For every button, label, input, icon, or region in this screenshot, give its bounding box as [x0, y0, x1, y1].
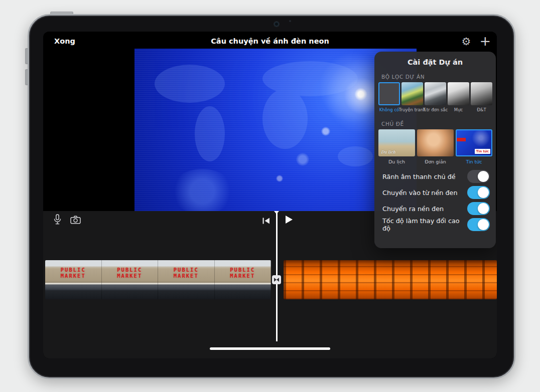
transition-bowtie-icon	[274, 277, 280, 282]
toggle-knob	[478, 219, 489, 230]
navbar: Xong Câu chuyện về ánh đèn neon ⚙ +	[43, 32, 497, 52]
lens-flare-dot	[296, 153, 309, 166]
toggle-row-speed-pitch: Tốc độ làm thay đổi cao độ	[374, 217, 496, 233]
filter-row: Không có Truyện tranh T.tr đơn sắc Mực	[374, 82, 496, 112]
toggle-list: Rãnh âm thanh chủ đề Chuyển vào từ nền đ…	[374, 168, 496, 233]
lens-flare-dot	[276, 175, 283, 182]
filter-option-comic-mono[interactable]: T.tr đơn sắc	[425, 82, 446, 112]
skip-to-start-icon[interactable]	[262, 217, 270, 226]
lens-flare-core	[354, 88, 367, 101]
market-sign-text: PUBLICMARKET	[45, 267, 101, 279]
navbar-actions: ⚙ +	[462, 32, 491, 52]
filter-option-ink[interactable]: Mực	[448, 82, 469, 112]
filter-thumbnail	[378, 82, 400, 105]
project-title: Câu chuyện về ánh đèn neon	[43, 37, 497, 45]
theme-option-news[interactable]: Tin tức Tin tức	[456, 129, 492, 164]
theme-label: Đơn giản	[425, 159, 446, 164]
filter-label: Truyện tranh	[399, 107, 426, 112]
toggle-label: Chuyển vào từ nền đen	[382, 189, 458, 197]
theme-overlay-text: Du lịch	[381, 150, 395, 154]
toggle-label: Tốc độ làm thay đổi cao độ	[382, 217, 467, 232]
filter-section-label: BỘ LỌC DỰ ÁN	[381, 74, 496, 80]
clip-market-segment: PUBLICMARKET	[158, 260, 215, 299]
theme-label: Du lịch	[388, 159, 405, 164]
front-camera	[274, 22, 279, 27]
filter-thumbnail	[448, 82, 469, 105]
imovie-screen: Xong Câu chuyện về ánh đèn neon ⚙ +	[43, 32, 497, 358]
toggle-label: Rãnh âm thanh chủ đề	[382, 173, 456, 180]
lens-flare-lowlight	[170, 169, 235, 211]
filter-option-bw[interactable]: Đ&T	[471, 82, 492, 112]
clip-orange-factory[interactable]	[284, 260, 497, 299]
filter-label: Không có	[379, 107, 399, 112]
play-button-icon[interactable]	[285, 215, 293, 226]
tablet-frame: Xong Câu chuyện về ánh đèn neon ⚙ +	[28, 14, 515, 379]
filter-label: Đ&T	[477, 107, 486, 112]
filter-label: T.tr đơn sắc	[423, 107, 448, 112]
theme-thumbnail	[417, 129, 454, 156]
transition-button[interactable]	[272, 275, 281, 284]
page-background: Xong Câu chuyện về ánh đèn neon ⚙ +	[0, 0, 540, 392]
playhead-marker-icon	[274, 211, 279, 214]
project-settings-popover: Cài đặt Dự án BỘ LỌC DỰ ÁN Không có Truy…	[374, 52, 496, 248]
toggle-row-fade-out: Chuyển ra nền đen	[374, 201, 496, 217]
home-indicator[interactable]	[210, 347, 330, 350]
theme-row: Du lịch Du lịch Đơn giản Tin tức Tin tứ	[374, 129, 496, 164]
filter-option-none[interactable]: Không có	[378, 82, 400, 112]
theme-thumbnail: Tin tức	[456, 129, 492, 156]
theme-soundtrack-toggle[interactable]	[467, 170, 490, 183]
market-sign-text: PUBLICMARKET	[215, 267, 271, 279]
theme-section-label: CHỦ ĐỀ	[381, 121, 496, 127]
toggle-knob	[478, 187, 489, 198]
theme-option-simple[interactable]: Đơn giản	[417, 129, 454, 164]
filter-option-comic[interactable]: Truyện tranh	[401, 82, 423, 112]
camera-icon[interactable]	[70, 216, 81, 226]
clip-market-segment: PUBLICMARKET	[102, 260, 159, 299]
theme-label: Tin tức	[466, 159, 482, 164]
popover-title: Cài đặt Dự án	[374, 58, 496, 66]
lens-flare-dot	[321, 127, 330, 136]
add-media-icon[interactable]: +	[479, 34, 491, 48]
theme-overlay-text: Tin tức	[475, 149, 490, 154]
news-red-bar	[457, 138, 466, 141]
clip-market[interactable]: PUBLICMARKET PUBLICMARKET PUBLICMARKET	[45, 260, 271, 299]
toggle-label: Chuyển ra nền đen	[382, 205, 444, 213]
toggle-knob	[478, 203, 489, 214]
filter-label: Mực	[454, 107, 463, 112]
toggle-knob	[478, 171, 489, 182]
settings-gear-icon[interactable]: ⚙	[462, 37, 471, 47]
theme-thumbnail: Du lịch	[378, 129, 415, 156]
clip-market-segment: PUBLICMARKET	[215, 260, 272, 299]
toggle-row-theme-soundtrack: Rãnh âm thanh chủ đề	[374, 168, 496, 184]
filter-thumbnail	[471, 82, 492, 105]
market-sign-text: PUBLICMARKET	[102, 267, 158, 279]
speed-changes-pitch-toggle[interactable]	[467, 218, 490, 231]
filter-thumbnail	[425, 82, 446, 105]
market-sign-text: PUBLICMARKET	[158, 267, 214, 279]
clip-market-segment: PUBLICMARKET	[45, 260, 102, 299]
toggle-row-fade-in: Chuyển vào từ nền đen	[374, 184, 496, 201]
filter-thumbnail	[401, 82, 423, 105]
camera-sensor-dot	[289, 20, 291, 22]
microphone-icon[interactable]	[53, 214, 62, 227]
fade-out-to-black-toggle[interactable]	[467, 202, 490, 215]
fade-in-from-black-toggle[interactable]	[467, 186, 490, 199]
theme-option-travel[interactable]: Du lịch Du lịch	[378, 129, 415, 164]
